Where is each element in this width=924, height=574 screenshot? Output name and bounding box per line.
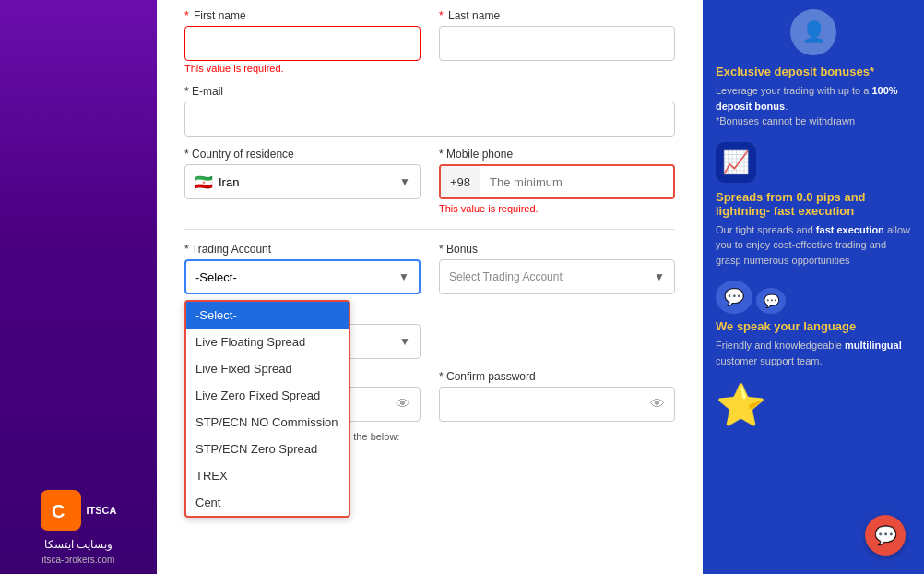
dropdown-item-stp-no-commission[interactable]: STP/ECN NO Commission	[186, 409, 349, 436]
bonus-placeholder: Select Trading Account	[449, 270, 563, 283]
country-select[interactable]: 🇮🇷 Iran ▼	[184, 164, 421, 199]
country-label: * Country of residence	[184, 148, 421, 161]
star-icon: ⭐	[716, 381, 911, 429]
first-name-error: This value is required.	[184, 63, 421, 74]
bonus-text: Leverage your trading with up to a 100% …	[716, 83, 911, 114]
bonus-title: Exclusive deposit bonuses*	[716, 65, 911, 78]
trading-account-group: * Trading Account -Select- ▼ -Select- Li…	[184, 243, 421, 294]
confirm-password-wrapper: 👁	[439, 387, 675, 422]
dropdown-item-stp-zero[interactable]: STP/ECN Zero Spread	[186, 436, 349, 462]
spreads-text: Our tight spreads and fast execution all…	[716, 222, 911, 269]
last-name-input[interactable]	[439, 26, 675, 61]
phone-prefix: +98	[441, 166, 480, 197]
email-label: * E-mail	[184, 85, 675, 98]
trading-bonus-row: * Trading Account -Select- ▼ -Select- Li…	[184, 243, 675, 294]
confirm-password-input[interactable]	[449, 398, 650, 412]
email-group: * E-mail	[184, 85, 675, 137]
confirm-password-group: * Confirm password 👁	[439, 370, 675, 422]
logo-icon: C	[48, 497, 74, 523]
phone-error: This value is required.	[439, 203, 539, 214]
trading-account-label: * Trading Account	[184, 243, 421, 256]
phone-label: * Mobile phone	[439, 148, 675, 161]
phone-input-wrapper: +98	[439, 164, 675, 199]
email-input[interactable]	[184, 102, 675, 137]
phone-input[interactable]	[480, 166, 673, 197]
name-row: * First name This value is required. * L…	[184, 9, 675, 74]
first-name-label: * First name	[184, 9, 421, 22]
bonus-chevron-icon: ▼	[654, 270, 665, 283]
chat-icon-box: 💬 💬	[716, 281, 911, 314]
logo-text-en: itsca-brokers.com	[42, 555, 115, 565]
bonus-group: * Bonus Select Trading Account ▼	[439, 243, 675, 294]
dropdown-item-fixed[interactable]: Live Fixed Spread	[186, 355, 349, 382]
last-name-group: * Last name	[439, 9, 675, 74]
svg-text:C: C	[52, 501, 65, 521]
trading-account-value: -Select-	[195, 270, 237, 284]
dropdown-item-cent[interactable]: Cent	[186, 489, 349, 516]
sidebar: C ITSCA وبسایت ایتسکا itsca-brokers.com	[0, 0, 157, 574]
trading-account-select[interactable]: -Select- ▼	[184, 259, 421, 294]
dropdown-item-zero-fixed[interactable]: Live Zero Fixed Spread	[186, 382, 349, 409]
bonus-section: Exclusive deposit bonuses* Leverage your…	[716, 65, 911, 129]
chart-icon: 📈	[722, 149, 750, 175]
spreads-title: Spreads from 0.0 pips and lightning- fas…	[716, 190, 911, 218]
chat-bubble-1: 💬	[716, 281, 752, 314]
bonus-label: * Bonus	[439, 243, 675, 256]
trading-account-dropdown: -Select- Live Floating Spread Live Fixed…	[184, 300, 350, 518]
language-text: Friendly and knowledgeable multilingual …	[716, 338, 911, 368]
country-phone-row: * Country of residence 🇮🇷 Iran ▼ * Mobil…	[184, 148, 675, 216]
chart-icon-box: 📈	[716, 142, 756, 183]
avatar: 👤	[790, 9, 836, 55]
confirm-password-label: * Confirm password	[439, 370, 675, 383]
logo-area: C ITSCA وبسایت ایتسکا itsca-brokers.com	[41, 490, 117, 565]
bonus-note: *Bonuses cannot be withdrawn	[716, 114, 911, 129]
trading-chevron-icon: ▼	[398, 270, 409, 283]
leverage-chevron-icon: ▼	[399, 335, 410, 348]
leverage-spacer	[439, 307, 675, 359]
dropdown-item-trex[interactable]: TREX	[186, 462, 349, 489]
phone-group: * Mobile phone +98 This value is require…	[439, 148, 675, 216]
country-chevron-icon: ▼	[399, 175, 410, 188]
last-name-label: * Last name	[439, 9, 675, 22]
bonus-select[interactable]: Select Trading Account ▼	[439, 259, 675, 294]
first-name-input[interactable]	[184, 26, 421, 61]
dropdown-item-floating[interactable]: Live Floating Spread	[186, 329, 349, 355]
language-title: We speak your language	[716, 319, 911, 333]
confirm-eye-icon[interactable]: 👁	[650, 396, 665, 413]
password-eye-icon[interactable]: 👁	[396, 396, 410, 413]
dropdown-item-select[interactable]: -Select-	[186, 302, 349, 329]
main-form: * First name This value is required. * L…	[157, 0, 703, 574]
country-value: Iran	[219, 175, 239, 189]
logo-brand: ITSCA	[87, 505, 117, 516]
chat-bubble-2: 💬	[756, 288, 786, 314]
language-section: We speak your language Friendly and know…	[716, 319, 911, 368]
first-name-group: * First name This value is required.	[184, 9, 421, 74]
avatar-area: 👤	[716, 9, 911, 55]
right-panel: 👤 Exclusive deposit bonuses* Leverage yo…	[703, 0, 924, 574]
country-group: * Country of residence 🇮🇷 Iran ▼	[184, 148, 421, 216]
support-fab-button[interactable]: 💬	[865, 515, 906, 556]
spreads-section: Spreads from 0.0 pips and lightning- fas…	[716, 190, 911, 269]
logo-text-fa: وبسایت ایتسکا	[44, 538, 113, 551]
divider-1	[184, 229, 675, 230]
country-flag: 🇮🇷	[195, 173, 213, 191]
support-fab-icon: 💬	[874, 524, 897, 546]
